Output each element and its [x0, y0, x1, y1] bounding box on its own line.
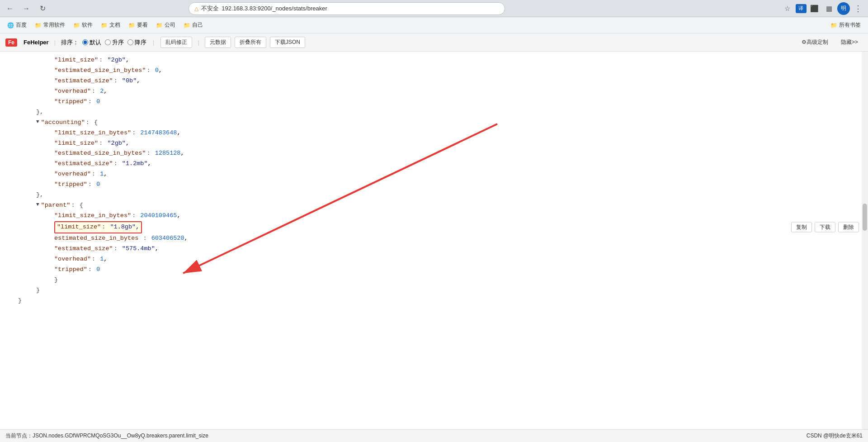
folder-icon-5: 📁 [156, 22, 163, 29]
json-line-limit-bytes-2147: "limit_size_in_bytes": 2147483648, [0, 128, 868, 138]
bookmark-self[interactable]: 📁 自己 [180, 19, 207, 31]
bookmark-docs[interactable]: 📁 文档 [97, 19, 124, 31]
bookmarks-bar: 🌐 百度 📁 常用软件 📁 软件 📁 文档 📁 要看 📁 公司 📁 自己 📁 所… [0, 17, 868, 33]
address-bar[interactable]: △ 不安全 192.168.3.83:9200/_nodes/stats/bre… [189, 2, 505, 15]
fehelper-title: FeHelper [24, 39, 49, 46]
folder-icon-2: 📁 [73, 22, 80, 29]
sort-asc-input[interactable] [105, 39, 111, 45]
json-line-estimated-size-1-2mb: "estimated_size": "1.2mb", [0, 159, 868, 169]
node-path-text: 当前节点：JSON.nodes.GDfWPRCMQoSG3Ou__Ow8yQ.b… [5, 432, 208, 440]
bookmark-yaokang[interactable]: 📁 要看 [125, 19, 151, 31]
bookmark-software[interactable]: 📁 软件 [70, 19, 96, 31]
json-line-estimated-size-0b: "estimated_size": "0b", [0, 76, 868, 86]
json-value-number: 0 [93, 180, 100, 190]
chrome-titlebar: ← → ↻ △ 不安全 192.168.3.83:9200/_nodes/sta… [0, 0, 868, 17]
scrollbar[interactable] [862, 52, 868, 432]
json-value-string: "2gb" [104, 138, 126, 149]
fehelper-toolbar: Fe FeHelper | 排序： 默认 升序 降序 | 乱码修正 | 元数据 … [0, 33, 868, 52]
fehelper-logo-icon: Fe [5, 38, 17, 47]
back-button[interactable]: ← [4, 2, 16, 15]
json-value-number: 1 [96, 254, 104, 265]
user-avatar[interactable]: 明 [837, 2, 850, 15]
star-button[interactable]: ☆ [781, 2, 794, 15]
bookmark-docs-label: 文档 [109, 21, 120, 29]
bookmark-software-label: 软件 [82, 21, 93, 29]
copy-button[interactable]: 复制 [791, 222, 812, 233]
json-key: "limit_size_in_bytes" [54, 128, 131, 138]
json-line-estimated-bytes-1285: "estimated_size_in_bytes": 1285128, [0, 148, 868, 159]
json-value-number: 1285128 [151, 148, 181, 159]
sort-desc-input[interactable] [127, 39, 133, 45]
json-key: "overhead" [54, 86, 91, 97]
json-key: estimated_size_in_bytes [54, 233, 138, 244]
bookmark-company[interactable]: 📁 公司 [152, 19, 179, 31]
highlighted-limit-size: "limit_size": "1.8gb", [54, 221, 142, 233]
json-line-parent-tripped: "tripped": 0 [0, 265, 868, 275]
bookmark-yaokang-label: 要看 [137, 21, 148, 29]
json-key: "overhead" [54, 254, 91, 265]
json-key: "tripped" [54, 97, 87, 107]
author-credit: CSDN @明快de玄米61 [807, 432, 863, 440]
json-value-string: "575.4mb" [118, 244, 155, 254]
json-key: "tripped" [54, 180, 87, 190]
json-line-limit-size-2gb: "limit_size": "2gb", [0, 55, 868, 66]
delete-button[interactable]: 删除 [838, 222, 859, 233]
json-toggle-accounting[interactable]: ▼ [36, 118, 39, 126]
json-value-number: 2147483648 [137, 128, 177, 138]
hide-button[interactable]: 隐藏>> [836, 37, 863, 48]
reload-button[interactable]: ↻ [36, 2, 49, 15]
json-key: "estimated_size" [54, 76, 113, 86]
fold-all-button[interactable]: 折叠所有 [235, 37, 266, 48]
json-value-number: 0 [151, 66, 159, 76]
json-value-number: 2040109465 [137, 211, 177, 221]
security-warning-text: 不安全 [201, 5, 219, 13]
sort-asc-label: 升序 [112, 38, 124, 47]
json-key: "limit_size" [54, 55, 98, 66]
bookmark-common-software[interactable]: 📁 常用软件 [31, 19, 69, 31]
extension-button[interactable]: ⬛ [808, 2, 821, 15]
json-key: "limit_size_in_bytes" [54, 211, 131, 221]
json-key: "estimated_size_in_bytes" [54, 148, 146, 159]
scrollbar-thumb[interactable] [863, 204, 867, 231]
raw-data-button[interactable]: 元数据 [205, 37, 231, 48]
json-line-parent-open: ▼ "parent": { [0, 200, 868, 211]
all-bookmarks-btn[interactable]: 📁 所有书签 [827, 19, 864, 31]
settings-button[interactable]: ⚙高级定制 [797, 37, 833, 48]
json-line-tripped-0-acct: "tripped": 0 [0, 180, 868, 190]
json-line-parent-est-bytes: estimated_size_in_bytes : 603406520, [0, 233, 868, 244]
download-button[interactable]: 下载 [815, 222, 835, 233]
json-line-overhead-1: "overhead": 1, [0, 169, 868, 180]
json-value-string: "0b" [118, 76, 137, 86]
menu-button[interactable]: ⋮ [852, 2, 864, 15]
json-line-close-brace-top: } [0, 296, 868, 306]
sidebar-button[interactable]: ▦ [823, 2, 835, 15]
forward-button[interactable]: → [20, 2, 33, 15]
bookmark-company-label: 公司 [165, 21, 175, 29]
sort-asc-radio[interactable]: 升序 [105, 38, 124, 47]
sort-default-input[interactable] [82, 39, 88, 45]
decode-button[interactable]: 乱码修正 [160, 37, 192, 48]
baidu-icon: 🌐 [7, 22, 14, 29]
bookmark-baidu-label: 百度 [16, 21, 27, 29]
json-toggle-parent[interactable]: ▼ [36, 200, 39, 209]
bookmark-self-label: 自己 [192, 21, 203, 29]
sort-default-radio[interactable]: 默认 [82, 38, 101, 47]
json-value-number: 603406520 [148, 233, 184, 244]
json-line-close-brace-inner: } [0, 275, 868, 285]
json-key: "overhead" [54, 169, 91, 180]
all-bookmarks: 📁 所有书签 [827, 19, 864, 31]
folder-icon-3: 📁 [101, 22, 108, 29]
translate-button[interactable]: 译 [796, 4, 807, 13]
json-key: "tripped" [54, 265, 87, 275]
sort-desc-radio[interactable]: 降序 [127, 38, 146, 47]
json-line-overhead-2: "overhead": 2, [0, 86, 868, 97]
all-bookmarks-label: 所有书签 [839, 21, 861, 29]
json-viewer: "limit_size": "2gb", "estimated_size_in_… [0, 52, 868, 432]
json-line-accounting-open: ▼ "accounting": { [0, 118, 868, 128]
json-key: "estimated_size_in_bytes" [54, 66, 146, 76]
folder-icon-4: 📁 [128, 22, 135, 29]
bookmark-baidu[interactable]: 🌐 百度 [4, 19, 30, 31]
sort-default-label: 默认 [90, 38, 101, 47]
download-json-button[interactable]: 下载JSON [270, 37, 305, 48]
security-warning-icon: △ [194, 5, 198, 12]
